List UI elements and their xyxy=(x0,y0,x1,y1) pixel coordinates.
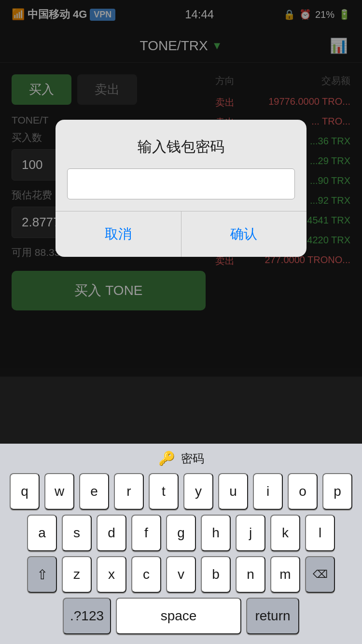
key-m[interactable]: m xyxy=(270,556,300,593)
password-input[interactable] xyxy=(67,168,295,199)
key-q[interactable]: q xyxy=(10,473,40,510)
key-y[interactable]: y xyxy=(183,473,213,510)
password-modal: 输入钱包密码 取消 确认 xyxy=(56,120,306,257)
modal-overlay: 输入钱包密码 取消 确认 xyxy=(0,0,362,377)
key-a[interactable]: a xyxy=(27,515,57,551)
modal-title: 输入钱包密码 xyxy=(56,120,306,168)
key-k[interactable]: k xyxy=(270,515,300,551)
keyboard-row-3: ⇧zxcvbnm⌫ xyxy=(3,556,359,593)
key-j[interactable]: j xyxy=(236,515,265,551)
keyboard-row-2: asdfghjkl xyxy=(3,515,359,551)
confirm-button[interactable]: 确认 xyxy=(181,211,307,257)
delete-key[interactable]: ⌫ xyxy=(305,556,335,593)
key-o[interactable]: o xyxy=(288,473,318,510)
key-h[interactable]: h xyxy=(201,515,231,551)
key-c[interactable]: c xyxy=(131,556,161,593)
shift-key[interactable]: ⇧ xyxy=(27,556,57,593)
key-f[interactable]: f xyxy=(131,515,161,551)
key-b[interactable]: b xyxy=(201,556,231,593)
key-v[interactable]: v xyxy=(166,556,196,593)
keyboard-row-4: .?123 space return xyxy=(3,598,359,634)
key-r[interactable]: r xyxy=(114,473,144,510)
key-icon: 🔑 xyxy=(158,450,175,466)
keyboard-row-1: qwertyuiop xyxy=(3,473,359,510)
key-p[interactable]: p xyxy=(322,473,352,510)
key-l[interactable]: l xyxy=(305,515,335,551)
password-label: 密码 xyxy=(181,451,204,466)
key-w[interactable]: w xyxy=(44,473,74,510)
numbers-key[interactable]: .?123 xyxy=(63,598,111,634)
modal-input-wrapper xyxy=(56,168,306,211)
return-key[interactable]: return xyxy=(246,598,299,634)
keyboard-container: 🔑 密码 qwertyuiop asdfghjkl ⇧zxcvbnm⌫ .?12… xyxy=(0,444,362,644)
key-z[interactable]: z xyxy=(62,556,92,593)
space-key[interactable]: space xyxy=(116,598,241,634)
password-hint: 🔑 密码 xyxy=(3,450,359,466)
key-x[interactable]: x xyxy=(97,556,126,593)
key-d[interactable]: d xyxy=(97,515,126,551)
key-u[interactable]: u xyxy=(218,473,248,510)
key-g[interactable]: g xyxy=(166,515,196,551)
key-n[interactable]: n xyxy=(236,556,265,593)
modal-buttons: 取消 确认 xyxy=(56,211,306,257)
key-i[interactable]: i xyxy=(253,473,283,510)
key-s[interactable]: s xyxy=(62,515,92,551)
cancel-button[interactable]: 取消 xyxy=(56,211,181,257)
key-e[interactable]: e xyxy=(79,473,109,510)
key-t[interactable]: t xyxy=(149,473,179,510)
